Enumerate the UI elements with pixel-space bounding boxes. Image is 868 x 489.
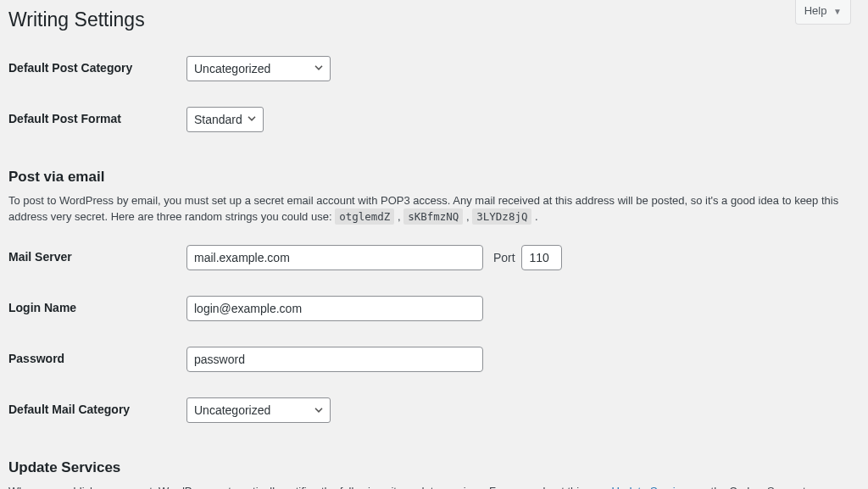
select-default-post-format[interactable]: Standard	[186, 107, 264, 132]
post-via-email-description: To post to WordPress by email, you must …	[8, 192, 851, 225]
chevron-down-icon: ▼	[833, 5, 842, 19]
update-services-description: When you publish a new post, WordPress a…	[8, 483, 851, 489]
label-default-mail-category: Default Mail Category	[8, 385, 178, 436]
label-mail-server: Mail Server	[8, 232, 178, 283]
select-default-mail-category[interactable]: Uncategorized	[186, 397, 331, 423]
random-string-1: otglemdZ	[335, 208, 394, 225]
heading-post-via-email: Post via email	[8, 169, 851, 186]
input-password[interactable]	[186, 347, 483, 372]
random-string-3: 3LYDz8jQ	[472, 208, 531, 225]
random-string-2: sKBfmzNQ	[403, 208, 463, 225]
settings-table-email: Mail Server Port Login Name Password Def…	[8, 232, 851, 436]
label-default-post-format: Default Post Format	[8, 94, 178, 145]
link-update-services[interactable]: Update Services	[612, 485, 693, 489]
label-port: Port	[493, 251, 515, 264]
label-password: Password	[8, 334, 178, 385]
page-title: Writing Settings	[8, 0, 851, 36]
input-login-name[interactable]	[186, 296, 483, 321]
help-button[interactable]: Help ▼	[795, 0, 851, 25]
heading-update-services: Update Services	[8, 459, 851, 476]
input-mail-server[interactable]	[186, 245, 483, 270]
label-default-post-category: Default Post Category	[8, 43, 178, 94]
settings-table-general: Default Post Category Uncategorized Defa…	[8, 43, 851, 145]
help-label: Help	[804, 4, 827, 17]
input-port[interactable]	[521, 245, 562, 270]
label-login-name: Login Name	[8, 283, 178, 334]
select-default-post-category[interactable]: Uncategorized	[186, 56, 331, 81]
